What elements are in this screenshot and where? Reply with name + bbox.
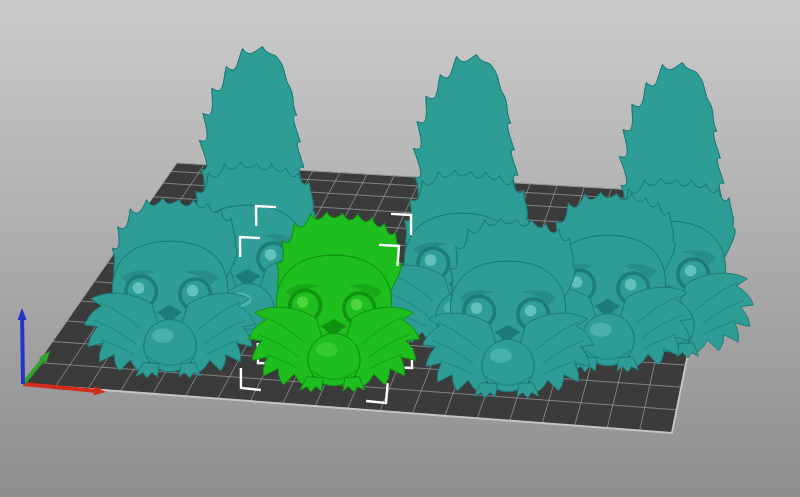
slicer-3d-viewport[interactable]	[0, 0, 800, 497]
